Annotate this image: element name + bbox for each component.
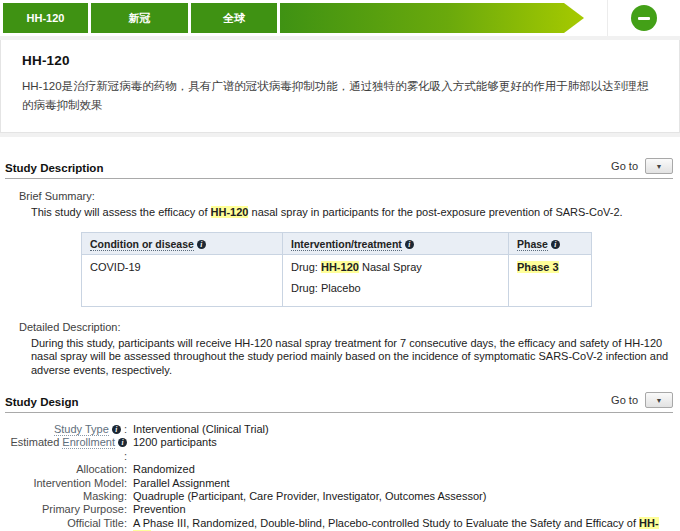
intervention-cell: Drug: HH-120 Nasal Spray Drug: Placebo	[283, 254, 509, 306]
study-type-link[interactable]: Study Type	[54, 423, 109, 436]
condition-term-link[interactable]: Condition or disease	[90, 238, 194, 251]
title-prefix: A Phase III, Randomized, Double-blind, P…	[133, 517, 639, 529]
tab-hh120[interactable]: HH-120	[3, 3, 88, 33]
phase-value: Phase 3	[517, 261, 559, 273]
highlight-hh120: HH-120	[321, 261, 359, 273]
goto-label: Go to	[611, 394, 638, 406]
breadcrumb-bar: HH-120 新冠 全球	[0, 0, 680, 36]
col-header-intervention: Intervention/treatment i	[283, 232, 509, 254]
info-icon[interactable]: i	[405, 240, 414, 249]
field-label: Intervention Model:	[5, 477, 127, 490]
field-value: 1200 participants	[127, 436, 217, 463]
field-value: Prevention	[127, 503, 186, 516]
study-design-fields: Study Type i : Interventional (Clinical …	[5, 423, 673, 531]
section-header-study-description: Study Description Go to ▼	[5, 158, 673, 179]
minus-icon	[638, 17, 650, 20]
field-label: Masking:	[5, 490, 127, 503]
breadcrumb: HH-120 新冠 全球	[0, 0, 680, 36]
field-label: Allocation:	[5, 463, 127, 476]
progress-arrow-icon	[280, 3, 584, 33]
field-primary-purpose: Primary Purpose: Prevention	[5, 503, 673, 516]
tab-xinguan[interactable]: 新冠	[91, 3, 188, 33]
field-value: Interventional (Clinical Trial)	[127, 423, 269, 436]
table-header-row: Condition or disease i Intervention/trea…	[82, 232, 592, 254]
caret-down-icon: ▼	[656, 397, 663, 404]
phase-term-link[interactable]: Phase	[517, 238, 548, 251]
field-intervention-model: Intervention Model: Parallel Assignment	[5, 477, 673, 490]
field-label: Estimated Enrollment i :	[5, 436, 127, 463]
highlight-hh120: HH-120	[211, 206, 249, 218]
condition-intervention-table: Condition or disease i Intervention/trea…	[81, 232, 592, 307]
phase-cell: Phase 3	[509, 254, 592, 306]
enrollment-link[interactable]: Enrollment	[62, 436, 115, 449]
drug1-prefix: Drug:	[291, 261, 321, 273]
info-icon[interactable]: i	[112, 425, 121, 434]
goto-control: Go to ▼	[611, 158, 673, 174]
goto-dropdown-button[interactable]: ▼	[645, 392, 673, 408]
goto-label: Go to	[611, 160, 638, 172]
section-header-study-design: Study Design Go to ▼	[5, 392, 673, 413]
field-study-type: Study Type i : Interventional (Clinical …	[5, 423, 673, 436]
info-icon[interactable]: i	[118, 438, 127, 447]
tab-quanqiu[interactable]: 全球	[191, 3, 277, 33]
section-title: Study Design	[5, 396, 78, 408]
field-enrollment: Estimated Enrollment i : 1200 participan…	[5, 436, 673, 463]
brief-summary-label: Brief Summary:	[19, 190, 673, 202]
section-title: Study Description	[5, 162, 103, 174]
field-label: Official Title:	[5, 517, 127, 531]
caret-down-icon: ▼	[656, 163, 663, 170]
info-icon[interactable]: i	[197, 240, 206, 249]
bar-right-section	[607, 0, 680, 36]
drug-line-2: Drug: Placebo	[291, 282, 500, 294]
brief-summary-text: This study will assess the efficacy of H…	[31, 206, 671, 220]
collapse-button[interactable]	[631, 5, 657, 31]
goto-control: Go to ▼	[611, 392, 673, 408]
col-header-phase: Phase i	[509, 232, 592, 254]
study-title: HH-120	[22, 53, 659, 68]
divider	[0, 133, 680, 137]
drug1-suffix: Nasal Spray	[359, 261, 422, 273]
field-value: Quadruple (Participant, Care Provider, I…	[127, 490, 486, 503]
field-official-title: Official Title: A Phase III, Randomized,…	[5, 517, 673, 531]
intervention-term-link[interactable]: Intervention/treatment	[291, 238, 402, 251]
field-label: Primary Purpose:	[5, 503, 127, 516]
field-allocation: Allocation: Randomized	[5, 463, 673, 476]
drug-line-1: Drug: HH-120 Nasal Spray	[291, 261, 500, 273]
field-masking: Masking: Quadruple (Participant, Care Pr…	[5, 490, 673, 503]
brief-summary-prefix: This study will assess the efficacy of	[31, 206, 211, 218]
col-header-condition: Condition or disease i	[82, 232, 283, 254]
field-label: Study Type i :	[5, 423, 127, 436]
brief-summary-suffix: nasal spray in participants for the post…	[248, 206, 622, 218]
table-row: COVID-19 Drug: HH-120 Nasal Spray Drug: …	[82, 254, 592, 306]
main-content: Study Description Go to ▼ Brief Summary:…	[0, 158, 680, 531]
label-prefix: Estimated	[10, 436, 62, 448]
detailed-description-label: Detailed Description:	[19, 321, 673, 333]
study-summary-card: HH-120 HH-120是治疗新冠病毒的药物，具有广谱的冠状病毒抑制功能，通过…	[0, 40, 680, 133]
goto-dropdown-button[interactable]: ▼	[645, 158, 673, 174]
info-icon[interactable]: i	[551, 240, 560, 249]
condition-cell: COVID-19	[82, 254, 283, 306]
field-value: Parallel Assignment	[127, 477, 230, 490]
field-value: A Phase III, Randomized, Double-blind, P…	[127, 517, 673, 531]
study-description-cn: HH-120是治疗新冠病毒的药物，具有广谱的冠状病毒抑制功能，通过独特的雾化吸入…	[22, 77, 659, 115]
field-value: Randomized	[127, 463, 195, 476]
detailed-description-text: During this study, participants will rec…	[31, 337, 671, 378]
